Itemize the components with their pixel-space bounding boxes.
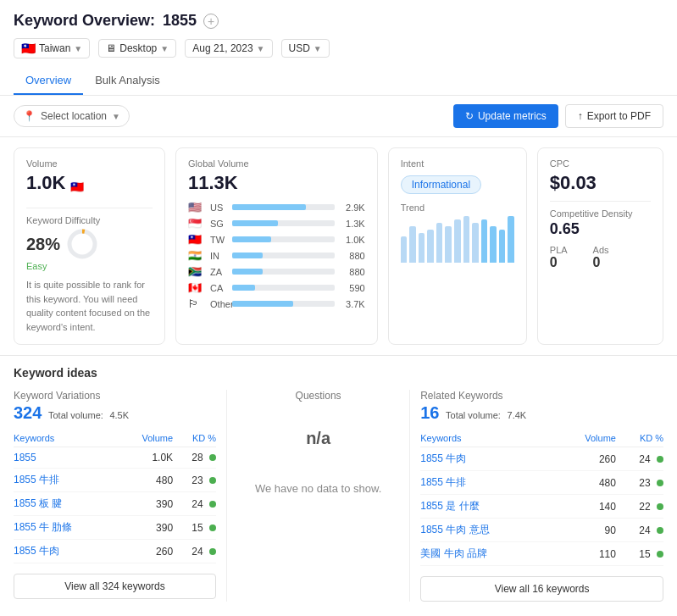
chevron-down-icon: ▼: [74, 44, 82, 53]
keyword-ideas-title: Keyword ideas: [14, 366, 663, 380]
ads-item: Ads 0: [593, 245, 609, 270]
country-flag: 🇹🇼: [21, 42, 36, 55]
keyword-link[interactable]: 1855 牛排: [420, 476, 466, 488]
kd-cell: 24: [616, 519, 663, 542]
kd-dot: [657, 456, 663, 463]
chevron-down-icon: ▼: [314, 44, 322, 53]
view-all-variations-button[interactable]: View all 324 keywords: [14, 574, 216, 599]
tab-bulk-analysis[interactable]: Bulk Analysis: [83, 67, 172, 95]
keyword-link[interactable]: 1855 是 什麼: [420, 500, 479, 512]
table-row: 1855 牛肉 意思 90 24: [420, 519, 663, 542]
country-flag-icon: 🇸🇬: [188, 217, 205, 230]
list-item: 🇸🇬 SG 1.3K: [188, 217, 365, 230]
table-row: 1855 牛肉 260 24: [420, 447, 663, 471]
volume-value: 1.0K: [26, 172, 65, 194]
questions-col: Questions n/a We have no data to show.: [226, 390, 410, 602]
kd-cell: 15: [173, 516, 216, 540]
country-bar-bg: [232, 285, 335, 291]
keyword-link[interactable]: 1855 牛肉 意思: [420, 524, 489, 536]
table-row: 1855 牛肉 260 24: [14, 540, 216, 563]
table-row: 1855 1.0K 28: [14, 447, 216, 469]
keyword-link[interactable]: 1855: [14, 452, 36, 463]
volume-cell: 480: [118, 469, 173, 492]
kd-value: 28%: [26, 235, 60, 254]
device-icon: 🖥: [106, 42, 116, 54]
table-row: 美國 牛肉 品牌 110 15: [420, 542, 663, 566]
toolbar: 📍 Select location ▼ ↻ Update metrics ↑ E…: [0, 96, 677, 137]
device-filter[interactable]: 🖥 Desktop ▼: [98, 39, 176, 58]
country-filter[interactable]: 🇹🇼 Taiwan ▼: [14, 38, 90, 58]
keyword-link[interactable]: 1855 牛肉: [420, 452, 466, 464]
country-flag-icon: 🇨🇦: [188, 281, 205, 294]
volume-card: Volume 1.0K 🇹🇼 Keyword Difficulty 28% E: [14, 147, 165, 345]
cpc-value: $0.03: [550, 172, 651, 194]
keyword-link[interactable]: 美國 牛肉 品牌: [420, 547, 487, 559]
country-code: TW: [210, 235, 227, 245]
kd-dot: [209, 454, 216, 461]
chevron-down-icon: ▼: [160, 44, 169, 53]
country-code: ZA: [210, 267, 227, 277]
toolbar-actions: ↻ Update metrics ↑ Export to PDF: [453, 104, 663, 128]
trend-bar: [472, 223, 479, 263]
kd-easy-label: Easy: [26, 261, 99, 271]
currency-label: USD: [289, 42, 310, 54]
keyword-link[interactable]: 1855 板 腱: [14, 497, 62, 509]
kd-dot: [657, 480, 663, 486]
ads-label: Ads: [593, 245, 609, 255]
country-bar-bg: [232, 236, 335, 242]
kd-cell: 24: [173, 492, 216, 516]
trend-bar: [427, 230, 434, 263]
gv-value: 11.3K: [188, 172, 365, 194]
country-bar: [232, 236, 271, 242]
volume-cell: 480: [555, 471, 616, 495]
country-bar: [232, 285, 255, 291]
gv-label: Global Volume: [188, 158, 365, 169]
related-col-title: Related Keywords: [420, 390, 663, 402]
country-code: Other: [210, 299, 227, 309]
country-value: 1.0K: [340, 235, 365, 245]
keyword-link[interactable]: 1855 牛肉: [14, 545, 59, 557]
variations-count: 324: [14, 403, 42, 422]
location-select[interactable]: 📍 Select location ▼: [14, 105, 130, 127]
country-bar: [232, 253, 263, 258]
date-label: Aug 21, 2023: [192, 42, 252, 54]
add-keyword-icon[interactable]: +: [203, 14, 219, 29]
country-bar: [232, 269, 263, 275]
kd-donut-chart: [65, 227, 99, 261]
update-metrics-button[interactable]: ↻ Update metrics: [453, 104, 558, 128]
volume-cell: 1.0K: [118, 447, 173, 469]
country-value: 880: [340, 251, 365, 261]
ideas-columns: Keyword Variations 324 Total volume: 4.5…: [14, 390, 663, 602]
var-kw-header: Keywords: [14, 430, 118, 447]
list-item: 🇨🇦 CA 590: [188, 281, 365, 294]
var-kd-header: KD %: [173, 430, 216, 447]
kd-dot: [209, 524, 216, 531]
related-table: Keywords Volume KD % 1855 牛肉 260 24 1855…: [420, 430, 663, 566]
trend-label: Trend: [401, 203, 514, 213]
page-title: Keyword Overview: 1855: [14, 12, 197, 30]
cpc-label: CPC: [550, 158, 651, 169]
country-value: 3.7K: [340, 299, 365, 309]
related-col: Related Keywords 16 Total volume: 7.4K K…: [410, 390, 663, 602]
volume-cell: 390: [118, 516, 173, 540]
trend-bar: [463, 216, 470, 263]
export-pdf-button[interactable]: ↑ Export to PDF: [565, 104, 663, 128]
currency-filter[interactable]: USD ▼: [281, 39, 330, 58]
keyword-link[interactable]: 1855 牛 肋條: [14, 521, 72, 533]
rel-vol-header: Volume: [555, 430, 616, 447]
trend-bar: [454, 219, 461, 263]
svg-point-0: [69, 231, 95, 257]
country-value: 2.9K: [340, 203, 365, 213]
keyword-link[interactable]: 1855 牛排: [14, 474, 59, 486]
country-bar-bg: [232, 269, 335, 275]
kd-cell: 24: [616, 447, 663, 471]
trend-bar: [419, 233, 425, 263]
list-item: 🇿🇦 ZA 880: [188, 265, 365, 278]
variations-col-title: Keyword Variations: [14, 390, 216, 402]
country-bar: [232, 301, 293, 307]
country-bar-bg: [232, 253, 335, 258]
view-all-related-button[interactable]: View all 16 keywords: [420, 576, 663, 602]
date-filter[interactable]: Aug 21, 2023 ▼: [185, 39, 272, 58]
tab-overview[interactable]: Overview: [14, 67, 83, 95]
kd-cell: 28: [173, 447, 216, 469]
